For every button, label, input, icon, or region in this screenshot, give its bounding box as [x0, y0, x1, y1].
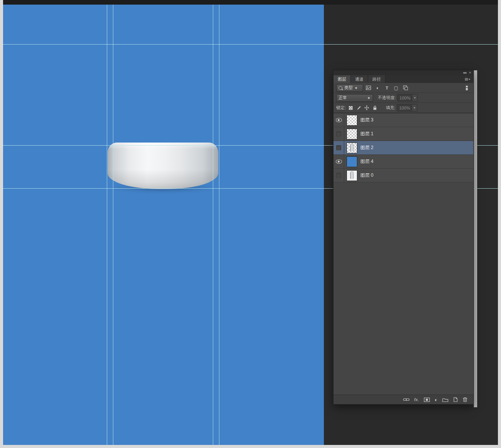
eye-icon	[336, 131, 341, 136]
blend-mode-value: 正常	[338, 95, 347, 101]
filter-adjustment-layers-icon[interactable]: ◐	[374, 85, 382, 91]
panel-empty-area	[333, 183, 473, 395]
visibility-toggle[interactable]	[333, 127, 344, 141]
panel-dock-scrollbar[interactable]	[474, 70, 477, 407]
new-layer-icon[interactable]	[453, 397, 458, 402]
eye-icon	[336, 145, 341, 150]
lock-pixels-brush-icon[interactable]	[355, 105, 362, 111]
filter-shape-layers-icon[interactable]: ▢	[392, 85, 400, 91]
chevron-down-icon: ▾	[412, 95, 417, 101]
tab-layers[interactable]: 图层	[333, 75, 351, 83]
spinner-arrows-icon	[367, 95, 371, 101]
filter-type-label: 类型	[344, 85, 353, 91]
layer-style-fx-icon[interactable]: fx.	[414, 397, 419, 402]
fill-label: 填充:	[386, 105, 395, 111]
add-layer-mask-icon[interactable]	[424, 397, 430, 402]
layer-thumbnail[interactable]	[347, 143, 357, 153]
lock-row: 锁定: 填充: 100% ▾	[333, 103, 473, 113]
panel-menu-icon[interactable]	[462, 75, 473, 83]
panel-drag-bar[interactable]: ◂◂ ×	[333, 70, 473, 75]
layer-row[interactable]: 图层 3	[333, 113, 473, 127]
filter-type-layers-icon[interactable]: T	[383, 85, 391, 91]
opacity-value-dropdown[interactable]: 100% ▾	[397, 94, 418, 101]
layers-panel: ◂◂ × 图层 通道 路径 类型 ◐ T ▢	[333, 70, 473, 404]
delete-layer-trash-icon[interactable]	[463, 397, 468, 402]
layer-list: 图层 3 图层 1 图层 2 图层 4 图层 0	[333, 113, 473, 183]
panel-tab-bar: 图层 通道 路径	[333, 75, 473, 83]
tab-paths[interactable]: 路径	[368, 75, 385, 83]
filter-row: 类型 ◐ T ▢	[333, 83, 473, 93]
eye-icon	[336, 118, 342, 122]
layer-thumbnail[interactable]	[347, 115, 357, 125]
adjustment-layer-icon[interactable]: ◐	[435, 397, 438, 402]
visibility-toggle[interactable]	[333, 141, 344, 154]
layer-name: 图层 4	[360, 158, 373, 165]
search-icon	[338, 86, 342, 90]
eye-icon	[336, 159, 342, 164]
lock-position-icon[interactable]	[363, 105, 370, 111]
layer-thumbnail[interactable]	[347, 129, 357, 139]
lock-label: 锁定:	[336, 105, 346, 111]
layer-thumbnail[interactable]	[347, 171, 357, 181]
document-canvas[interactable]	[3, 5, 324, 445]
collapse-panel-icon[interactable]: ◂◂	[463, 71, 466, 75]
eye-icon	[336, 173, 341, 178]
layer-name: 图层 2	[360, 144, 373, 151]
filter-toggle-icon[interactable]	[463, 85, 471, 91]
layers-panel-footer: fx. ◐	[333, 395, 473, 404]
window-top-bar	[3, 0, 498, 5]
spinner-arrows-icon	[355, 85, 358, 91]
layer-thumbnail[interactable]	[347, 157, 357, 167]
layer-name: 图层 1	[360, 131, 373, 137]
new-group-folder-icon[interactable]	[442, 397, 448, 402]
opacity-value: 100%	[400, 96, 410, 100]
visibility-toggle[interactable]	[333, 169, 344, 182]
layer-row[interactable]: 图层 0	[333, 169, 473, 183]
visibility-toggle[interactable]	[333, 113, 344, 127]
filter-pixel-layers-icon[interactable]	[365, 85, 372, 91]
filter-type-dropdown[interactable]: 类型	[336, 84, 363, 92]
chevron-down-icon: ▾	[411, 105, 417, 111]
bottle-cap-image	[108, 143, 218, 189]
blend-mode-dropdown[interactable]: 正常	[336, 94, 373, 102]
lock-transparency-icon[interactable]	[347, 105, 354, 111]
fill-value-dropdown[interactable]: 100% ▾	[397, 104, 417, 111]
link-layers-icon[interactable]	[403, 397, 410, 402]
fill-value: 100%	[399, 106, 410, 110]
layer-name: 图层 3	[360, 117, 373, 123]
layer-row[interactable]: 图层 2	[333, 141, 473, 155]
visibility-toggle[interactable]	[333, 155, 344, 168]
layer-row[interactable]: 图层 1	[333, 127, 473, 141]
lock-all-padlock-icon[interactable]	[372, 105, 378, 111]
layer-name: 图层 0	[360, 172, 373, 179]
blend-row: 正常 不透明度: 100% ▾	[333, 93, 473, 103]
filter-smart-objects-icon[interactable]	[401, 85, 409, 91]
opacity-label: 不透明度:	[378, 95, 396, 101]
close-panel-icon[interactable]: ×	[469, 71, 471, 75]
layer-row[interactable]: 图层 4	[333, 155, 473, 169]
tab-channels[interactable]: 通道	[351, 75, 368, 83]
